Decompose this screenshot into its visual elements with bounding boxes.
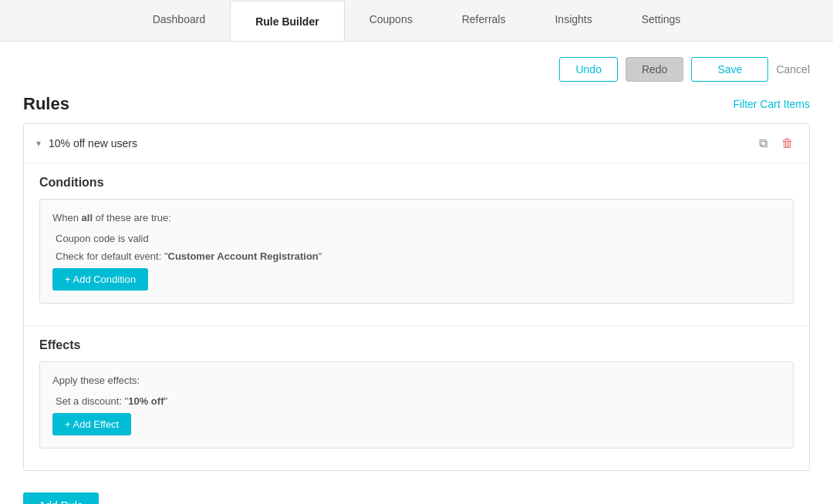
nav-item-coupons[interactable]: Coupons bbox=[345, 0, 437, 41]
page-title: Rules bbox=[23, 94, 69, 114]
effects-title: Effects bbox=[39, 338, 794, 352]
condition2-bold: Customer Account Registration bbox=[168, 250, 319, 262]
conditions-intro-suffix: of these are true: bbox=[93, 212, 171, 223]
copy-rule-button[interactable]: ⧉ bbox=[756, 135, 771, 152]
effects-intro: Apply these effects: bbox=[52, 375, 781, 386]
save-button[interactable]: Save bbox=[691, 57, 768, 82]
add-effect-button[interactable]: + Add Effect bbox=[52, 413, 131, 435]
rule-header: ▾ 10% off new users ⧉ 🗑 bbox=[24, 124, 809, 163]
conditions-intro: When all of these are true: bbox=[52, 212, 781, 223]
filter-cart-items-link[interactable]: Filter Cart Items bbox=[733, 98, 810, 110]
nav-item-insights[interactable]: Insights bbox=[530, 0, 616, 41]
rule-name: 10% off new users bbox=[49, 137, 137, 150]
effect-item-1: Set a discount: "10% off" bbox=[52, 395, 781, 407]
nav-item-settings[interactable]: Settings bbox=[617, 0, 706, 41]
effects-box: Apply these effects: Set a discount: "10… bbox=[39, 361, 794, 449]
toolbar: Undo Redo Save Cancel bbox=[23, 57, 810, 82]
chevron-down-icon[interactable]: ▾ bbox=[36, 138, 41, 149]
add-condition-button[interactable]: + Add Condition bbox=[52, 268, 148, 291]
conditions-intro-prefix: When bbox=[52, 212, 82, 223]
condition-item-2: Check for default event: "Customer Accou… bbox=[52, 250, 781, 262]
main-content: Undo Redo Save Cancel Rules Filter Cart … bbox=[0, 42, 833, 504]
conditions-box: When all of these are true: Coupon code … bbox=[39, 199, 794, 304]
rule-header-left: ▾ 10% off new users bbox=[36, 137, 137, 150]
conditions-title: Conditions bbox=[39, 176, 794, 190]
conditions-section: Conditions When all of these are true: C… bbox=[24, 163, 809, 325]
rule-card: ▾ 10% off new users ⧉ 🗑 Conditions When … bbox=[23, 123, 810, 471]
nav-item-rule-builder[interactable]: Rule Builder bbox=[230, 1, 344, 41]
trash-icon: 🗑 bbox=[781, 136, 794, 150]
effect1-suffix: " bbox=[164, 395, 167, 407]
effect1-prefix: Set a discount: " bbox=[56, 395, 128, 407]
copy-icon: ⧉ bbox=[759, 136, 767, 150]
delete-rule-button[interactable]: 🗑 bbox=[778, 135, 797, 152]
effect1-bold: 10% off bbox=[128, 395, 164, 407]
cancel-button[interactable]: Cancel bbox=[776, 63, 810, 76]
condition2-prefix: Check for default event: " bbox=[56, 250, 168, 262]
rules-header: Rules Filter Cart Items bbox=[23, 94, 810, 114]
redo-button[interactable]: Redo bbox=[626, 57, 683, 82]
effects-section: Effects Apply these effects: Set a disco… bbox=[24, 325, 809, 470]
add-rule-button[interactable]: Add Rule bbox=[23, 492, 99, 504]
rule-header-actions: ⧉ 🗑 bbox=[756, 135, 797, 152]
conditions-intro-bold: all bbox=[82, 212, 93, 223]
condition-item-1: Coupon code is valid bbox=[52, 233, 781, 244]
top-navigation: Dashboard Rule Builder Coupons Referrals… bbox=[0, 0, 833, 42]
nav-item-dashboard[interactable]: Dashboard bbox=[128, 0, 231, 41]
undo-button[interactable]: Undo bbox=[559, 57, 617, 82]
nav-item-referrals[interactable]: Referrals bbox=[437, 0, 531, 41]
condition2-suffix: " bbox=[319, 250, 322, 262]
